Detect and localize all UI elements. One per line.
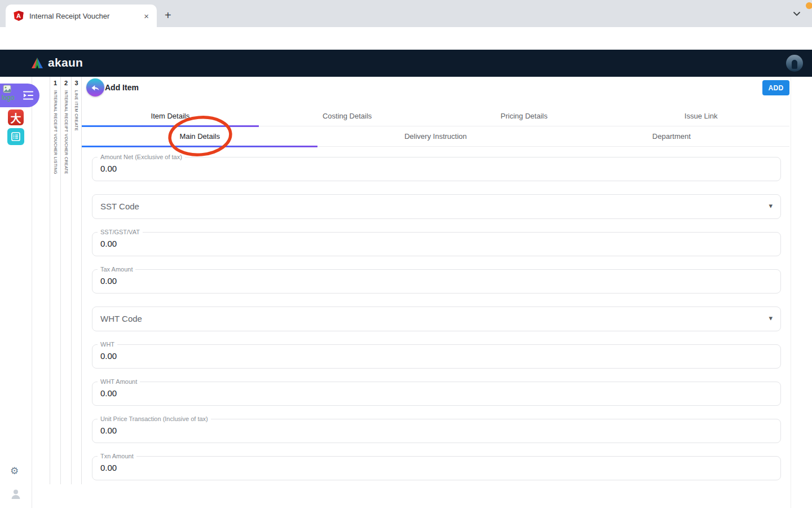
broken-image-icon	[3, 85, 11, 93]
tab-pricing-details[interactable]: Pricing Details	[436, 106, 613, 126]
field-input[interactable]: 0.00	[100, 239, 117, 248]
user-avatar[interactable]	[786, 55, 803, 72]
tab-costing-details[interactable]: Costing Details	[259, 106, 436, 126]
form-fields: Amount Net (Exclusive of tax)0.00SST Cod…	[92, 157, 781, 493]
page-title: Add Item	[105, 83, 139, 92]
tab-label: Costing Details	[323, 112, 372, 120]
chevron-down-icon: ▾	[769, 202, 773, 210]
browser-tab-title: Internal Receipt Voucher	[29, 12, 142, 20]
stepper-item-1[interactable]: 1INTERNAL RECEIPT VOUCHER LISTING	[50, 77, 60, 484]
browser-tab-strip: A Internal Receipt Voucher × +	[0, 0, 812, 27]
select-placeholder: WHT Code	[100, 314, 142, 323]
stepper-item-3[interactable]: 3LINE ITEM CREATE	[71, 77, 82, 484]
text-field-amount-net-exclusive-of-tax: Amount Net (Exclusive of tax)0.00	[92, 157, 781, 181]
field-label: WHT Amount	[98, 378, 140, 385]
applet-logo-pill[interactable]: logo	[0, 84, 39, 107]
field-label: Txn Amount	[98, 453, 136, 459]
notification-dot	[806, 2, 812, 9]
indent-collapse-icon[interactable]	[23, 90, 34, 100]
chevron-down-icon: ▾	[769, 314, 773, 322]
list-document-icon	[11, 132, 21, 142]
app-navbar: akaun	[0, 50, 812, 77]
tab-delivery-instruction[interactable]: Delivery Instruction	[317, 126, 553, 146]
tab-label: Item Details	[151, 112, 190, 120]
text-field-txn-amount: Txn Amount0.00	[92, 456, 781, 480]
profile-person-icon[interactable]	[11, 489, 21, 500]
back-button[interactable]	[86, 78, 104, 97]
field-label: Unit Price Transaction (Inclusive of tax…	[98, 415, 211, 422]
tabs-row-primary: Item DetailsCosting DetailsPricing Detai…	[82, 106, 789, 126]
applet-icon-red[interactable]: 大	[8, 110, 24, 125]
settings-gear-icon[interactable]: ⚙	[10, 465, 19, 476]
text-field-tax-amount: Tax Amount0.00	[92, 269, 781, 294]
breadcrumb-stepper: 1INTERNAL RECEIPT VOUCHER LISTING2INTERN…	[50, 77, 82, 484]
stepper-label: INTERNAL RECEIPT VOUCHER CREATE	[64, 90, 68, 174]
stepper-number: 2	[64, 80, 68, 86]
field-label: Tax Amount	[98, 266, 135, 273]
field-input[interactable]: 0.00	[100, 463, 117, 472]
field-input[interactable]: 0.00	[100, 276, 117, 286]
add-button[interactable]: ADD	[762, 80, 789, 95]
tab-close-icon[interactable]: ×	[142, 11, 151, 21]
svg-text:A: A	[16, 12, 21, 19]
stepper-label: INTERNAL RECEIPT VOUCHER LISTING	[54, 90, 58, 174]
select-field-sst-code[interactable]: SST Code▾	[92, 194, 781, 219]
stepper-item-2[interactable]: 2INTERNAL RECEIPT VOUCHER CREATE	[60, 77, 71, 484]
tab-search-chevron-icon[interactable]	[793, 11, 801, 16]
text-field-sst-gst-vat: SST/GST/VAT0.00	[92, 232, 781, 256]
tab-issue-link[interactable]: Issue Link	[612, 106, 789, 126]
field-label: SST/GST/VAT	[98, 229, 143, 235]
select-placeholder: SST Code	[100, 202, 139, 211]
tab-main-details[interactable]: Main Details	[82, 126, 317, 146]
field-label: Amount Net (Exclusive of tax)	[98, 154, 185, 160]
brand-name: akaun	[48, 56, 83, 69]
browser-tab[interactable]: A Internal Receipt Voucher ×	[6, 5, 157, 27]
field-input[interactable]: 0.00	[100, 388, 117, 398]
field-input[interactable]: 0.00	[100, 351, 117, 361]
stepper-number: 1	[54, 80, 57, 86]
text-field-wht: WHT0.00	[92, 344, 781, 369]
field-label: WHT	[98, 341, 117, 348]
tab-item-details[interactable]: Item Details	[82, 106, 259, 126]
angular-favicon-icon: A	[14, 11, 24, 21]
stepper-label: LINE ITEM CREATE	[74, 90, 78, 131]
applet-icon-list[interactable]	[7, 128, 24, 145]
tab-label: Issue Link	[685, 112, 718, 120]
akaun-triangle-icon	[30, 57, 44, 69]
scrollbar-track	[791, 77, 791, 508]
back-arrow-icon	[90, 83, 100, 92]
text-field-wht-amount: WHT Amount0.00	[92, 382, 781, 406]
tab-label: Pricing Details	[501, 112, 548, 120]
akaun-brand-logo[interactable]: akaun	[30, 56, 83, 69]
main-content: Add Item ADD Item DetailsCosting Details…	[82, 77, 812, 508]
tab-department[interactable]: Department	[554, 126, 789, 146]
text-field-unit-price-transaction-inclusive-of-tax: Unit Price Transaction (Inclusive of tax…	[92, 419, 781, 443]
stepper-number: 3	[74, 80, 78, 86]
tabs-row-secondary: Main DetailsDelivery InstructionDepartme…	[82, 126, 789, 147]
browser-toolbar: ← → ⟳ akaun.cloud/#/applet/tnt/wavelet/e…	[0, 27, 812, 50]
field-input[interactable]: 0.00	[100, 426, 117, 435]
tab-label: Main Details	[179, 132, 220, 141]
field-input[interactable]: 0.00	[100, 164, 117, 173]
new-tab-button[interactable]: +	[165, 9, 171, 21]
logo-alt-text: logo	[2, 94, 15, 102]
tab-label: Delivery Instruction	[404, 132, 467, 141]
select-field-wht-code[interactable]: WHT Code▾	[92, 306, 781, 331]
tab-label: Department	[652, 132, 691, 141]
